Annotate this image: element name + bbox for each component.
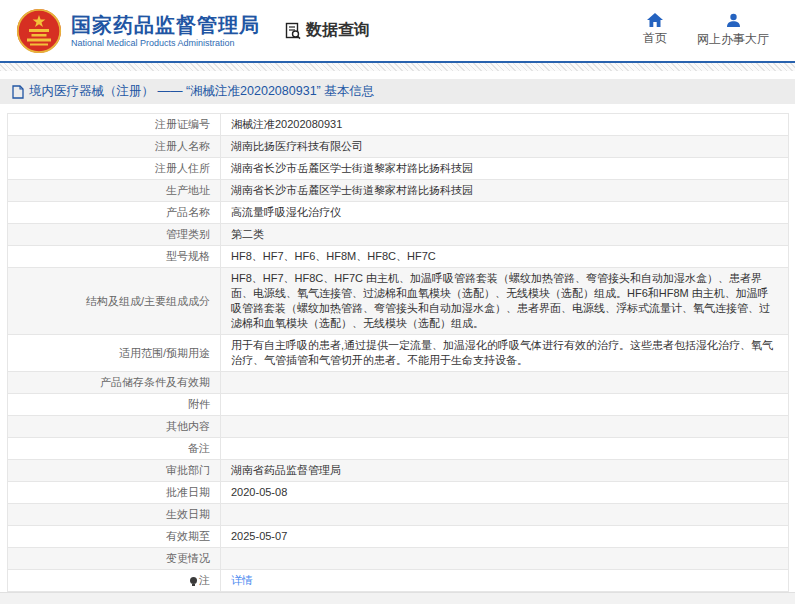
header-right-nav: 首页 网上办事大厅: [643, 13, 781, 48]
row-value: HF8、HF7、HF8C、HF7C 由主机、加温呼吸管路套装（螺纹加热管路、弯管…: [221, 268, 789, 335]
row-value: 湖南比扬医疗科技有限公司: [221, 136, 789, 158]
nav-service-hall[interactable]: 网上办事大厅: [697, 13, 769, 48]
row-value: [221, 372, 789, 394]
bulb-icon: [190, 577, 197, 584]
spacer: [0, 71, 795, 79]
table-wrap: 注册证编号湘械注准20202080931注册人名称湖南比扬医疗科技有限公司注册人…: [0, 104, 795, 592]
table-row: 型号规格HF8、HF7、HF6、HF8M、HF8C、HF7C: [8, 246, 789, 268]
site-logo[interactable]: 国家药品监督管理局 National Medical Products Admi…: [16, 8, 260, 54]
row-label: 注: [8, 570, 221, 592]
site-subtitle: National Medical Products Administration: [71, 37, 260, 49]
table-row: 注册人名称湖南比扬医疗科技有限公司: [8, 136, 789, 158]
table-row: 备注: [8, 438, 789, 460]
hatch-strip: [0, 63, 795, 71]
row-value: 湖南省药品监督管理局: [221, 460, 789, 482]
row-value: [221, 504, 789, 526]
row-label: 型号规格: [8, 246, 221, 268]
table-row: 注册人住所湖南省长沙市岳麓区学士街道黎家村路比扬科技园: [8, 158, 789, 180]
table-row: 有效期至2025-05-07: [8, 526, 789, 548]
table-row: 适用范围/预期用途用于有自主呼吸的患者,通过提供一定流量、加温湿化的呼吸气体进行…: [8, 335, 789, 372]
footer-strip: [0, 592, 795, 604]
row-label: 注册证编号: [8, 114, 221, 136]
row-value: [221, 548, 789, 570]
row-value: 2020-05-08: [221, 482, 789, 504]
row-label: 产品储存条件及有效期: [8, 372, 221, 394]
site-title: 国家药品监督管理局: [71, 13, 260, 37]
row-value: HF8、HF7、HF6、HF8M、HF8C、HF7C: [221, 246, 789, 268]
nav-data-query[interactable]: 数据查询: [284, 20, 370, 41]
row-label: 批准日期: [8, 482, 221, 504]
row-value: [221, 416, 789, 438]
data-query-label: 数据查询: [306, 20, 370, 41]
row-value: 详情: [221, 570, 789, 592]
row-value: 用于有自主呼吸的患者,通过提供一定流量、加温湿化的呼吸气体进行有效的治疗。这些患…: [221, 335, 789, 372]
table-row: 产品名称高流量呼吸湿化治疗仪: [8, 202, 789, 224]
row-label: 变更情况: [8, 548, 221, 570]
table-row: 其他内容: [8, 416, 789, 438]
row-value: [221, 394, 789, 416]
table-row: 生效日期: [8, 504, 789, 526]
info-table-body: 注册证编号湘械注准20202080931注册人名称湖南比扬医疗科技有限公司注册人…: [8, 114, 789, 592]
info-table: 注册证编号湘械注准20202080931注册人名称湖南比扬医疗科技有限公司注册人…: [7, 113, 789, 592]
row-label: 生产地址: [8, 180, 221, 202]
nav-service-hall-label: 网上办事大厅: [697, 31, 769, 48]
user-icon: [726, 13, 741, 28]
document-icon: [12, 85, 24, 99]
table-row: 注详情: [8, 570, 789, 592]
site-header: 国家药品监督管理局 National Medical Products Admi…: [0, 0, 795, 61]
row-label: 适用范围/预期用途: [8, 335, 221, 372]
row-label: 产品名称: [8, 202, 221, 224]
table-row: 审批部门湖南省药品监督管理局: [8, 460, 789, 482]
table-row: 管理类别第二类: [8, 224, 789, 246]
detail-link[interactable]: 详情: [231, 574, 253, 586]
breadcrumb-text: 境内医疗器械（注册） —— “湘械注准20202080931” 基本信息: [29, 83, 374, 100]
row-value: 湖南省长沙市岳麓区学士街道黎家村路比扬科技园: [221, 180, 789, 202]
table-row: 产品储存条件及有效期: [8, 372, 789, 394]
table-row: 注册证编号湘械注准20202080931: [8, 114, 789, 136]
row-label: 审批部门: [8, 460, 221, 482]
row-value: [221, 438, 789, 460]
row-label: 有效期至: [8, 526, 221, 548]
table-row: 附件: [8, 394, 789, 416]
row-value: 2025-05-07: [221, 526, 789, 548]
national-emblem-icon: [16, 8, 62, 54]
row-label: 生效日期: [8, 504, 221, 526]
row-label: 注册人名称: [8, 136, 221, 158]
row-label: 管理类别: [8, 224, 221, 246]
row-value: 湖南省长沙市岳麓区学士街道黎家村路比扬科技园: [221, 158, 789, 180]
document-search-icon: [284, 22, 302, 40]
row-label: 注册人住所: [8, 158, 221, 180]
row-label: 备注: [8, 438, 221, 460]
row-value: 高流量呼吸湿化治疗仪: [221, 202, 789, 224]
table-row: 变更情况: [8, 548, 789, 570]
nav-home-label: 首页: [643, 30, 667, 47]
table-row: 结构及组成/主要组成成分HF8、HF7、HF8C、HF7C 由主机、加温呼吸管路…: [8, 268, 789, 335]
nav-home[interactable]: 首页: [643, 13, 667, 48]
row-label: 其他内容: [8, 416, 221, 438]
row-label: 结构及组成/主要组成成分: [8, 268, 221, 335]
row-value: 第二类: [221, 224, 789, 246]
breadcrumb: 境内医疗器械（注册） —— “湘械注准20202080931” 基本信息: [0, 79, 795, 104]
home-icon: [647, 13, 663, 27]
logo-text: 国家药品监督管理局 National Medical Products Admi…: [71, 13, 260, 49]
row-label: 附件: [8, 394, 221, 416]
table-row: 批准日期2020-05-08: [8, 482, 789, 504]
row-value: 湘械注准20202080931: [221, 114, 789, 136]
table-row: 生产地址湖南省长沙市岳麓区学士街道黎家村路比扬科技园: [8, 180, 789, 202]
